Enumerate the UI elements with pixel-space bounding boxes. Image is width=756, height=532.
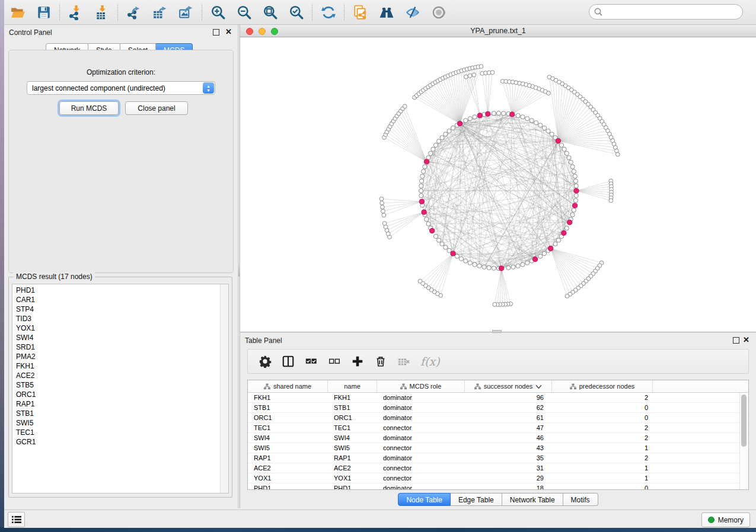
mcds-result-item[interactable]: STP4: [12, 305, 228, 314]
mcds-result-item[interactable]: PHD1: [12, 286, 228, 295]
application-window: Control Panel ✕ NetworkStyleSelectMCDS O…: [0, 0, 756, 532]
table-row[interactable]: YOX1YOX1connector291: [248, 473, 748, 483]
mcds-result-item[interactable]: CAR1: [12, 295, 228, 305]
desktop-wallpaper-bottom: [0, 527, 756, 532]
shared-column-icon: [570, 383, 576, 390]
table-row[interactable]: ACE2ACE2connector311: [248, 463, 748, 473]
mcds-result-item[interactable]: SWI4: [12, 333, 228, 342]
deselect-all-button[interactable]: [327, 354, 342, 369]
zoom-fit-button[interactable]: [261, 4, 279, 21]
mcds-result-item[interactable]: TID3: [12, 314, 228, 323]
save-button[interactable]: [35, 4, 53, 21]
close-panel-icon[interactable]: ✕: [225, 27, 232, 36]
table-row[interactable]: SWI4SWI4dominator462: [248, 433, 748, 443]
zoom-in-icon: [210, 5, 226, 20]
gear-button[interactable]: [257, 354, 273, 369]
column-header-name[interactable]: name: [328, 380, 377, 392]
control-panel: Control Panel ✕ NetworkStyleSelectMCDS O…: [4, 25, 238, 508]
scrollbar-thumb[interactable]: [741, 395, 747, 447]
add-column-icon: [351, 355, 364, 368]
close-panel-icon[interactable]: ✕: [743, 335, 749, 344]
control-panel-header: Control Panel ✕: [4, 25, 238, 40]
optimization-criterion-select[interactable]: largest connected component (undirected)…: [27, 81, 215, 95]
table-row[interactable]: FKH1FKH1dominator962: [248, 393, 748, 403]
column-header-MCDS-role[interactable]: MCDS role: [377, 380, 465, 392]
table-row[interactable]: PHD1PHD1dominator180: [248, 483, 748, 490]
search-mag-icon: [594, 8, 602, 16]
column-header-empty[interactable]: [653, 380, 748, 392]
table-toolbar: f(x): [247, 349, 749, 374]
import-table-icon: [94, 5, 110, 20]
binoculars-icon: [379, 5, 394, 20]
zoom-out-button[interactable]: [235, 4, 253, 21]
table-header-row: shared namenameMCDS rolesuccessor nodesp…: [248, 380, 748, 393]
mcds-result-item[interactable]: STB5: [12, 380, 228, 390]
zoom-selected-button[interactable]: [288, 4, 305, 21]
mcds-list-scrollbar[interactable]: [220, 284, 228, 493]
column-header-predecessor-nodes[interactable]: predecessor nodes: [552, 380, 653, 392]
table-row[interactable]: TEC1TEC1connector472: [248, 423, 748, 433]
list-icon: [11, 515, 22, 524]
memory-label: Memory: [718, 516, 744, 524]
export-network-button[interactable]: [125, 4, 143, 21]
table-row[interactable]: RAP1RAP1dominator352: [248, 453, 748, 463]
table-row[interactable]: SWI5SWI5connector431: [248, 443, 748, 453]
mcds-result-item[interactable]: ORC1: [12, 390, 228, 399]
zoom-in-button[interactable]: [209, 4, 227, 21]
function-builder-icon: f(x): [420, 355, 440, 368]
mcds-result-item[interactable]: SRD1: [12, 342, 228, 352]
import-network-icon: [68, 5, 84, 20]
hide-graphics-button[interactable]: [404, 4, 422, 21]
shared-column-icon: [400, 383, 407, 390]
select-all-button[interactable]: [304, 354, 319, 369]
memory-button[interactable]: Memory: [701, 512, 750, 527]
mcds-result-list[interactable]: PHD1CAR1STP4TID3YOX1SWI4SRD1PMA2FKH1ACE2…: [12, 284, 229, 493]
mcds-result-item[interactable]: TEC1: [12, 428, 228, 437]
mcds-result-item[interactable]: PMA2: [12, 352, 228, 361]
tab-motifs[interactable]: Motifs: [563, 493, 598, 506]
float-panel-icon[interactable]: [733, 337, 739, 344]
add-column-button[interactable]: [350, 354, 365, 369]
desktop-wallpaper-left: [0, 0, 4, 532]
float-panel-icon[interactable]: [213, 29, 219, 36]
export-image-button[interactable]: [177, 4, 195, 21]
mcds-result-item[interactable]: YOX1: [12, 323, 228, 333]
import-network-button[interactable]: [67, 4, 85, 21]
toolbar-separator: [312, 4, 312, 21]
table-panel-tabs: Node TableEdge TableNetwork TableMotifs: [240, 493, 756, 506]
table-row[interactable]: STB1STB1dominator620: [248, 403, 748, 413]
toolbar-separator: [344, 4, 344, 21]
run-mcds-button[interactable]: Run MCDS: [59, 101, 119, 115]
search-box[interactable]: [589, 4, 743, 20]
tab-network-table[interactable]: Network Table: [502, 493, 563, 506]
delete-table-icon: [397, 355, 410, 368]
task-history-button[interactable]: [8, 512, 25, 527]
network-window-titlebar[interactable]: YPA_prune.txt_1: [240, 25, 756, 37]
table-row[interactable]: ORC1ORC1dominator610: [248, 413, 748, 423]
close-panel-button[interactable]: Close panel: [125, 101, 188, 115]
share-network-button[interactable]: [352, 4, 369, 21]
columns-button[interactable]: [280, 354, 296, 369]
mcds-result-item[interactable]: SWI5: [12, 418, 228, 428]
column-header-successor-nodes[interactable]: successor nodes: [465, 380, 552, 392]
search-input[interactable]: [605, 7, 738, 17]
mcds-result-item[interactable]: GCR1: [12, 437, 228, 447]
binoculars-button[interactable]: [378, 4, 395, 21]
mcds-result-item[interactable]: RAP1: [12, 399, 228, 409]
network-canvas[interactable]: [240, 37, 756, 332]
preview-eye-button[interactable]: [430, 4, 448, 21]
open-button[interactable]: [9, 4, 27, 21]
delete-column-button[interactable]: [373, 354, 388, 369]
mcds-result-item[interactable]: STB1: [12, 409, 228, 418]
refresh-button[interactable]: [320, 4, 337, 21]
mcds-result-item[interactable]: ACE2: [12, 371, 228, 380]
export-table-button[interactable]: [151, 4, 169, 21]
tab-node-table[interactable]: Node Table: [398, 493, 451, 506]
mcds-result-item[interactable]: FKH1: [12, 361, 228, 371]
tab-edge-table[interactable]: Edge Table: [451, 493, 502, 506]
column-header-shared-name[interactable]: shared name: [248, 380, 328, 392]
zoom-fit-icon: [263, 5, 278, 20]
table-scrollbar[interactable]: [739, 393, 748, 489]
import-table-button[interactable]: [93, 4, 111, 21]
export-network-icon: [126, 5, 142, 20]
